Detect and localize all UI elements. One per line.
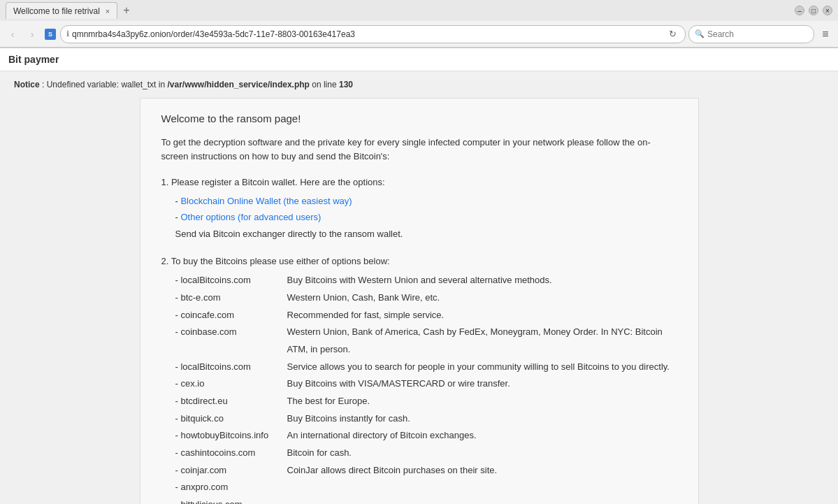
exchange-desc: Buy Bitcoins instantly for cash. — [287, 410, 410, 428]
section-2: 2. To buy the Bitcoins please use either… — [161, 256, 677, 504]
content-box: Welcome to the ransom page! To get the d… — [140, 98, 699, 504]
exchange-desc: Western Union, Cash, Bank Wire, etc. — [287, 289, 440, 307]
exchange-item: - coincafe.com Recommended for fast, sim… — [175, 307, 677, 324]
forward-icon: › — [31, 29, 34, 40]
exchange-item: - coinjar.com CoinJar allows direct Bitc… — [175, 462, 677, 480]
exchange-name: - localBitcoins.com — [175, 359, 287, 376]
section-1-item-2: - Other options (for advanced users) — [175, 209, 677, 225]
favicon: S — [45, 29, 56, 40]
exchange-desc: An international directory of Bitcoin ex… — [287, 427, 477, 445]
section-1-header: 1. Please register a Bitcoin wallet. Her… — [161, 177, 677, 187]
exchange-desc: Buy Bitcoins with VISA/MASTERCARD or wir… — [287, 375, 510, 393]
exchange-name: - btcdirect.eu — [175, 393, 287, 410]
exchange-name: - coinjar.com — [175, 462, 287, 480]
tab-title: Wellcome to file retrival — [13, 6, 100, 16]
exchange-desc: CoinJar allows direct Bitcoin purchases … — [287, 462, 498, 480]
refresh-button[interactable]: ↻ — [665, 27, 679, 41]
browser-chrome: Wellcome to file retrival × + – □ × ‹ › … — [0, 0, 838, 48]
exchange-desc: Buy Bitcoins with Western Union and seve… — [287, 272, 552, 289]
address-bar[interactable] — [72, 29, 663, 39]
new-tab-button[interactable]: + — [120, 4, 132, 17]
page-content: Notice : Undefined variable: wallet_txt … — [0, 71, 838, 504]
section-1: 1. Please register a Bitcoin wallet. Her… — [161, 177, 677, 242]
site-header: Bit paymer — [0, 48, 838, 71]
section-1-item-1: - Blockchain Online Wallet (the easiest … — [175, 193, 677, 209]
exchange-desc: Recommended for fast, simple service. — [287, 307, 445, 324]
exchange-item: - localBitcoins.com Service allows you t… — [175, 359, 677, 376]
exchange-desc: Western Union, Bank of America, Cash by … — [287, 324, 677, 358]
notice-on-line: on line — [312, 80, 336, 89]
search-icon: 🔍 — [695, 29, 705, 38]
security-icon: ℹ — [66, 29, 69, 38]
exchange-item: - btc-e.com Western Union, Cash, Bank Wi… — [175, 289, 677, 307]
search-input[interactable] — [707, 29, 808, 39]
exchange-item: - coinbase.com Western Union, Bank of Am… — [175, 324, 677, 358]
exchange-item: - btcdirect.eu The best for Europe. — [175, 393, 677, 410]
address-bar-container[interactable]: ℹ ↻ — [60, 25, 686, 43]
window-controls: – □ × — [795, 6, 832, 15]
minimize-button[interactable]: – — [795, 6, 804, 15]
menu-button[interactable]: ≡ — [817, 26, 834, 43]
nav-bar: ‹ › S ℹ ↻ 🔍 ≡ — [0, 21, 838, 48]
welcome-heading: Welcome to the ransom page! — [161, 113, 677, 124]
exchange-name: - cashintocoins.com — [175, 445, 287, 462]
exchange-list: - localBitcoins.com Buy Bitcoins with We… — [175, 272, 677, 504]
notice-label: Notice — [14, 80, 40, 89]
exchange-item: - howtobuyBitcoins.info An international… — [175, 427, 677, 445]
notice-text: : Undefined variable: wallet_txt in — [42, 80, 165, 89]
back-icon: ‹ — [11, 29, 15, 40]
exchange-name: - bittylicious.com — [175, 496, 287, 504]
notice-bar: Notice : Undefined variable: wallet_txt … — [14, 78, 824, 91]
exchange-name: - btc-e.com — [175, 289, 287, 307]
menu-icon: ≡ — [822, 28, 828, 41]
exchange-desc: The best for Europe. — [287, 393, 370, 410]
section-1-items: - Blockchain Online Wallet (the easiest … — [175, 193, 677, 242]
site-title: Bit paymer — [8, 54, 59, 65]
notice-line-number: 130 — [339, 80, 353, 89]
intro-text: To get the decryption software and the p… — [161, 136, 677, 163]
active-tab[interactable]: Wellcome to file retrival × — [6, 2, 117, 19]
exchange-name: - localBitcoins.com — [175, 272, 287, 289]
notice-file-path: /var/www/hidden_service/index.php — [167, 80, 309, 89]
exchange-name: - coincafe.com — [175, 307, 287, 324]
other-options-link[interactable]: Other options (for advanced users) — [180, 212, 321, 222]
section-1-item-3: Send via Bitcoin exchanger directly to t… — [175, 226, 677, 242]
forward-button[interactable]: › — [24, 26, 41, 43]
title-bar: Wellcome to file retrival × + – □ × — [0, 0, 838, 21]
exchange-name: - anxpro.com — [175, 479, 287, 496]
exchange-name: - coinbase.com — [175, 324, 287, 341]
exchange-desc: Service allows you to search for people … — [287, 359, 670, 376]
back-button[interactable]: ‹ — [4, 26, 21, 43]
exchange-name: - cex.io — [175, 375, 287, 393]
exchange-item: - bittylicious.com — [175, 496, 677, 504]
exchange-item: - bitquick.co Buy Bitcoins instantly for… — [175, 410, 677, 428]
maximize-button[interactable]: □ — [809, 6, 818, 15]
section-2-header: 2. To buy the Bitcoins please use either… — [161, 256, 677, 266]
blockchain-wallet-link[interactable]: Blockchain Online Wallet (the easiest wa… — [180, 196, 352, 206]
exchange-name: - howtobuyBitcoins.info — [175, 427, 287, 445]
exchange-item: - cex.io Buy Bitcoins with VISA/MASTERCA… — [175, 375, 677, 393]
exchange-item: - anxpro.com — [175, 479, 677, 496]
exchange-desc: Bitcoin for cash. — [287, 445, 352, 462]
exchange-item: - localBitcoins.com Buy Bitcoins with We… — [175, 272, 677, 289]
tab-close-button[interactable]: × — [106, 7, 110, 15]
close-button[interactable]: × — [823, 6, 832, 15]
search-bar-container[interactable]: 🔍 — [688, 25, 814, 43]
exchange-name: - bitquick.co — [175, 410, 287, 428]
exchange-item: - cashintocoins.com Bitcoin for cash. — [175, 445, 677, 462]
